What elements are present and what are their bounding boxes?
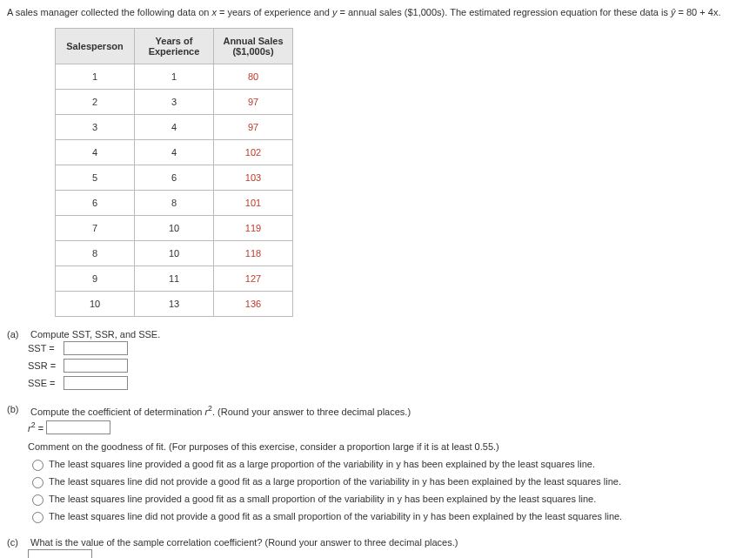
sst-input[interactable] [64,341,128,355]
r2-eq-suffix: = [36,422,43,433]
option-row: The least squares line provided a good f… [28,490,749,508]
part-b-text: Compute the coefficient of determination… [30,407,411,417]
table-row: 56103 [56,165,293,191]
cell-salesperson: 8 [56,241,135,266]
cell-salesperson: 1 [56,64,135,90]
table-row: 710119 [56,216,293,241]
cell-years: 6 [135,165,214,191]
cell-years: 11 [135,266,214,292]
part-a: (a) Compute SST, SSR, and SSE. SST = SSR… [7,329,749,392]
cell-years: 8 [135,191,214,216]
option-radio[interactable] [32,460,43,471]
cell-years: 1 [135,64,214,90]
header-salesperson: Salesperson [56,29,135,64]
cell-years: 3 [135,90,214,115]
ssr-label: SSR = [28,360,61,371]
part-c-text: What is the value of the sample correlat… [30,537,458,548]
problem-intro: A sales manager collected the following … [7,7,749,17]
option-row: The least squares line provided a good f… [28,455,749,473]
cell-salesperson: 9 [56,266,135,292]
cell-years: 4 [135,115,214,140]
cell-sales: 118 [214,241,293,266]
cell-sales: 97 [214,90,293,115]
r2-input[interactable] [46,420,110,434]
table-row: 3497 [56,115,293,140]
intro-text-prefix: A sales manager collected the following … [7,7,211,17]
cell-sales: 80 [214,64,293,90]
part-a-text: Compute SST, SSR, and SSE. [30,329,160,340]
table-row: 810118 [56,241,293,266]
correlation-input[interactable] [28,549,92,558]
part-b: (b) Compute the coefficient of determina… [7,404,749,525]
table-row: 1013136 [56,292,293,317]
table-row: 911127 [56,266,293,292]
option-text: The least squares line provided a good f… [49,459,595,469]
cell-salesperson: 2 [56,90,135,115]
table-row: 1180 [56,64,293,90]
option-radio[interactable] [32,512,43,523]
header-sales: Annual Sales ($1,000s) [214,29,293,64]
table-row: 68101 [56,191,293,216]
header-years: Years of Experience [135,29,214,64]
data-table: Salesperson Years of Experience Annual S… [55,28,293,317]
part-a-label: (a) [7,329,28,340]
option-radio[interactable] [32,477,43,488]
cell-years: 10 [135,241,214,266]
option-text: The least squares line did not provide a… [49,511,622,521]
ssr-input[interactable] [64,359,128,373]
option-radio[interactable] [32,494,43,506]
cell-salesperson: 10 [56,292,135,317]
part-b-comment: Comment on the goodness of fit. (For pur… [28,438,749,455]
cell-salesperson: 7 [56,216,135,241]
part-c: (c) What is the value of the sample corr… [7,537,749,558]
table-row: 2397 [56,90,293,115]
option-text: The least squares line did not provide a… [49,476,621,487]
cell-sales: 101 [214,191,293,216]
cell-years: 4 [135,140,214,165]
table-row: 44102 [56,140,293,165]
part-b-label: (b) [7,404,28,414]
option-row: The least squares line did not provide a… [28,473,749,490]
intro-equation: = 80 + 4x. [675,7,720,17]
cell-sales: 97 [214,115,293,140]
part-c-label: (c) [7,537,28,548]
cell-salesperson: 6 [56,191,135,216]
cell-years: 10 [135,216,214,241]
cell-sales: 102 [214,140,293,165]
cell-salesperson: 4 [56,140,135,165]
option-row: The least squares line did not provide a… [28,508,749,525]
cell-sales: 127 [214,266,293,292]
sst-label: SST = [28,343,61,353]
cell-sales: 119 [214,216,293,241]
cell-salesperson: 3 [56,115,135,140]
cell-sales: 136 [214,292,293,317]
cell-sales: 103 [214,165,293,191]
intro-text-x: = years of experience and [217,7,332,17]
cell-salesperson: 5 [56,165,135,191]
cell-years: 13 [135,292,214,317]
option-text: The least squares line provided a good f… [49,494,596,504]
sse-input[interactable] [64,376,128,390]
intro-text-y: = annual sales ($1,000s). The estimated … [337,7,671,17]
sse-label: SSE = [28,378,61,388]
